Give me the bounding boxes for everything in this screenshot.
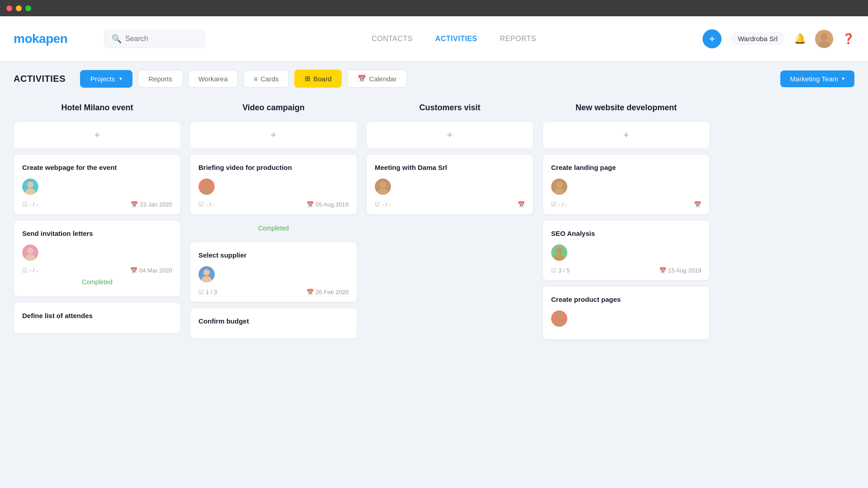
sub-header: ACTIVITIES Projects Reports Workarea ≡ C… [0,61,868,96]
calendar-icon: 📅 [518,201,525,208]
card-avatar [22,178,38,195]
checkbox-icon: ☑ [198,289,204,296]
checkbox-icon: ☑ [551,267,557,274]
checkbox-icon: ☑ [375,201,380,208]
card-date: 📅 26 Feb 2020 [307,289,349,296]
add-card-col1[interactable]: + [14,122,181,149]
add-card-col4[interactable]: + [542,122,710,149]
svg-point-19 [556,182,562,188]
calendar-icon: 📅 [130,267,137,274]
logo-text2: pen [46,32,67,46]
header: mokapen 🔍 CONTACTS ACTIVITIES REPORTS + … [0,16,868,61]
column-col2: Video campaign+Briefing video for produc… [190,96,357,481]
titlebar [0,0,868,16]
card[interactable]: Select supplier ☑ 1 / 3📅 26 Feb 2020 [190,242,357,302]
card[interactable]: SEO Analysis ☑ 3 / 5📅 15 Aug 2019 [542,220,710,281]
nav-contacts[interactable]: CONTACTS [372,35,413,43]
column-col4: New website development+Create landing p… [542,96,710,481]
column-col1: Hotel Milano event+Create webpage for th… [14,96,181,481]
svg-point-10 [203,182,210,188]
notification-icon[interactable]: 🔔 [794,33,806,45]
nav-links: CONTACTS ACTIVITIES REPORTS [205,35,703,43]
add-card-col2[interactable]: + [190,122,357,149]
tab-board[interactable]: ⊞ Board [294,70,342,88]
search-input[interactable] [125,35,198,43]
tab-calendar[interactable]: 📅 Calendar [347,70,407,88]
svg-point-4 [27,182,33,188]
card-meta: ☑ - / -📅 [375,201,525,208]
minimize-button[interactable] [16,5,22,11]
tab-cards[interactable]: ≡ Cards [243,70,289,88]
svg-point-13 [203,269,210,276]
nav-reports[interactable]: REPORTS [500,35,537,43]
column-col3: Customers visit+Meeting with Dama Srl ☑ … [366,96,533,481]
calendar-icon: 📅 [659,267,666,274]
svg-point-25 [556,314,562,320]
team-button[interactable]: Marketing Team [780,70,854,87]
card-title: Define list of attendes [22,311,172,320]
maximize-button[interactable] [25,5,31,11]
card-completed: Completed [22,274,172,290]
column-header-col3: Customers visit [366,96,533,116]
user-avatar[interactable] [815,30,833,48]
card-meta: ☑ 3 / 5📅 15 Aug 2019 [551,267,701,274]
calendar-icon: 📅 [307,201,314,208]
card-date: 📅 15 Aug 2019 [659,267,701,274]
card[interactable]: Define list of attendes [14,302,181,333]
calendar-icon: 📅 [131,201,138,208]
card-title: Select supplier [198,250,349,260]
card-title: Briefing video for production [198,163,349,172]
card[interactable]: Create product pages [542,286,710,340]
card-title: Meeting with Dama Srl [375,163,525,172]
card-subtasks: ☑ - / - [22,201,38,208]
nav-activities[interactable]: ACTIVITIES [435,35,477,43]
card[interactable]: Create landing page ☑ - / -📅 [542,154,710,215]
card-meta: ☑ - / -📅 [551,201,701,208]
plus-icon: + [447,129,453,141]
card-subtasks: ☑ - / - [198,201,215,208]
card[interactable]: Briefing video for production ☑ - / -📅 0… [190,154,357,215]
card-title: Create product pages [551,295,701,304]
page-title: ACTIVITIES [14,74,66,84]
plus-icon: + [94,129,100,141]
card-subtasks: ☑ - / - [375,201,391,208]
tab-workarea[interactable]: Workarea [188,70,238,88]
calendar-icon: 📅 [358,75,366,83]
card-title: Create webpage for the event [22,163,172,172]
plus-icon: + [271,129,277,141]
plus-icon: + [623,129,629,141]
card-date: 📅 23 Jan 2020 [131,201,172,208]
tab-projects[interactable]: Projects [80,70,132,88]
card[interactable]: Confirm budget [190,308,357,339]
board-container: Hotel Milano event+Create webpage for th… [0,96,868,488]
search-icon: 🔍 [112,34,122,44]
calendar-icon: 📅 [307,289,314,296]
card[interactable]: Create webpage for the event ☑ - / -📅 23… [14,154,181,215]
svg-point-22 [556,248,562,254]
add-card-col3[interactable]: + [366,122,533,149]
card-avatar [375,178,391,195]
card-subtasks: ☑ 3 / 5 [551,267,570,274]
card-date: 📅 04 Mar 2020 [130,267,172,274]
svg-point-1 [821,33,828,41]
logo-text1: moka [14,32,46,46]
card-meta: ☑ 1 / 3📅 26 Feb 2020 [198,289,349,296]
board-icon: ⊞ [305,75,311,83]
card[interactable]: Send invitation letters ☑ - / -📅 04 Mar … [14,220,181,297]
card-avatar [551,244,567,261]
search-bar[interactable]: 🔍 [104,30,205,48]
svg-point-7 [27,248,33,254]
card-title: Create landing page [551,163,701,172]
user-pill[interactable]: Wardroba Srl [731,32,785,45]
add-button[interactable]: + [703,29,722,48]
card-meta: ☑ - / -📅 05 Aug 2019 [198,201,349,208]
help-icon[interactable]: ❓ [842,33,854,45]
card-subtasks: ☑ - / - [551,201,567,208]
card[interactable]: Meeting with Dama Srl ☑ - / -📅 [366,154,533,215]
close-button[interactable] [6,5,12,11]
nav-right: + Wardroba Srl 🔔 ❓ [703,29,854,48]
checkbox-icon: ☑ [22,201,28,208]
card-date: 📅 [694,201,701,208]
card-title: Confirm budget [198,316,349,326]
tab-reports[interactable]: Reports [138,70,183,88]
